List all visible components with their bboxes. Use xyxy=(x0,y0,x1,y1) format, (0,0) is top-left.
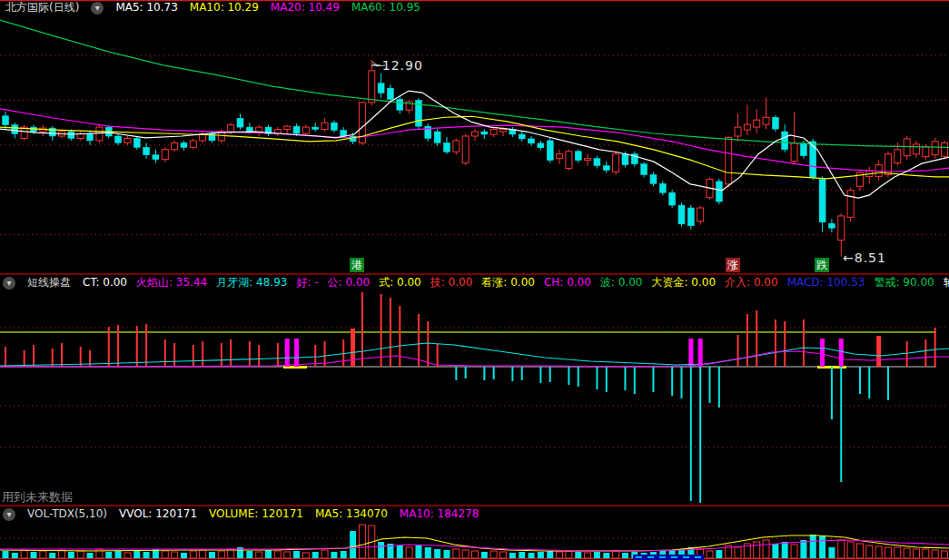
indicator-field-5: 式: 0.00 xyxy=(379,276,421,290)
low-price-annotation: ←8.51 xyxy=(843,251,886,265)
chevron-down-icon[interactable]: ▾ xyxy=(3,277,15,290)
indicator-field-7: 看涨: 0.00 xyxy=(481,276,535,290)
chevron-down-icon[interactable]: ▾ xyxy=(3,508,15,521)
stock-title: 北方国际(日线) xyxy=(5,1,79,15)
indicator-field-4: 公: 0.00 xyxy=(328,276,371,290)
main-chart-header: 北方国际(日线) ▾ MA5: 10.73MA10: 10.29MA20: 10… xyxy=(5,1,420,15)
future-data-note: 用到未来数据 xyxy=(2,489,73,506)
indicator-field-6: 技: 0.00 xyxy=(430,276,473,290)
ma-field-3: MA60: 10.95 xyxy=(351,1,420,15)
indicator-field-0: CT: 0.00 xyxy=(83,276,127,290)
volume-header: ▾ VOL-TDX(5,10) VVOL: 120171VOLUME: 1201… xyxy=(3,507,479,521)
indicator-field-2: 月牙湖: 48.93 xyxy=(216,276,287,290)
indicator-field-8: CH: 0.00 xyxy=(544,276,591,290)
volume-field-0: VVOL: 120171 xyxy=(119,507,197,521)
ma-field-1: MA10: 10.29 xyxy=(190,1,259,15)
indicator-field-12: MACD: 100.53 xyxy=(787,276,865,290)
peak-price-annotation: ~12.90 xyxy=(371,58,423,73)
market-badge-2: 跌 xyxy=(815,258,829,272)
stock-app-window: { "colors":{"red":"#ff3434","dark_red":"… xyxy=(0,0,949,560)
indicator-field-11: 介入: 0.00 xyxy=(725,276,778,290)
indicator-name: 短线操盘 xyxy=(27,276,71,290)
horizontal-scrollbar-thumb[interactable] xyxy=(633,555,704,560)
chevron-down-icon[interactable]: ▾ xyxy=(91,2,104,15)
indicator-header: ▾ 短线操盘 CT: 0.00火焰山: 35.44月牙湖: 48.93好: -公… xyxy=(3,276,949,290)
ma-field-2: MA20: 10.49 xyxy=(271,1,340,15)
market-badge-0: 港 xyxy=(350,258,364,272)
indicator-field-10: 大资金: 0.00 xyxy=(651,276,716,290)
volume-indicator-name: VOL-TDX(5,10) xyxy=(27,507,107,521)
ma-field-0: MA5: 10.73 xyxy=(115,1,177,15)
volume-field-2: MA5: 134070 xyxy=(315,507,388,521)
indicator-field-9: 波: 0.00 xyxy=(600,276,643,290)
indicator-field-13: 警戒: 90.00 xyxy=(874,276,934,290)
indicator-field-3: 好: - xyxy=(296,276,318,290)
volume-field-1: VOLUME: 120171 xyxy=(209,507,303,521)
volume-field-3: MA10: 184278 xyxy=(400,507,479,521)
market-badge-1: 涨 xyxy=(726,258,740,272)
indicator-field-14: 轴: 0.00 xyxy=(944,276,949,290)
indicator-field-1: 火焰山: 35.44 xyxy=(136,276,207,290)
